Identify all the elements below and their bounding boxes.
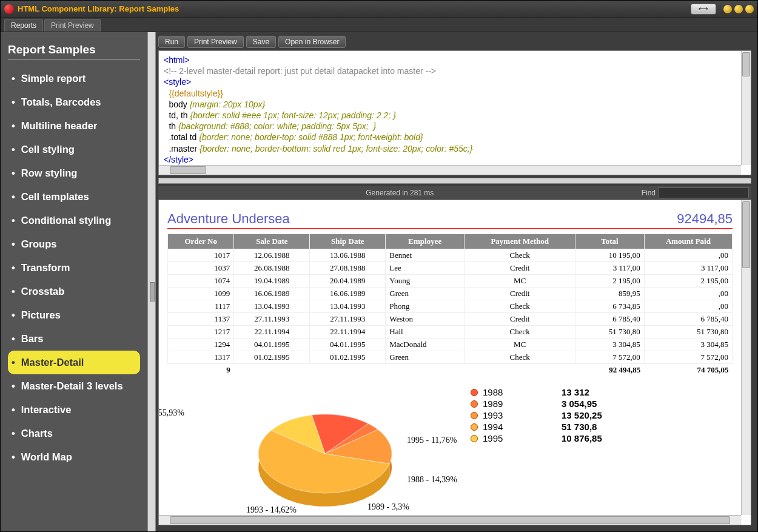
legend-item: 199510 876,85 — [471, 433, 602, 443]
titlebar: HTML Component Library: Report Samples ⟷ — [1, 1, 757, 18]
sidebar-item[interactable]: Pictures — [8, 303, 140, 327]
sidebar-item[interactable]: World Map — [8, 445, 140, 469]
legend-dot-icon — [471, 389, 478, 396]
table-header: Sale Date — [234, 234, 310, 249]
minimize-button[interactable] — [723, 5, 732, 13]
sidebar-item[interactable]: Groups — [8, 232, 140, 256]
slice-label-1994: 1994 - 55,93% — [159, 408, 184, 418]
sidebar-item[interactable]: Multiline header — [8, 114, 140, 138]
legend-dot-icon — [471, 412, 478, 419]
pie-chart — [246, 405, 404, 514]
table-row: 109916.06.198916.06.1989GreenCredit859,9… — [168, 288, 733, 300]
generation-time-label: Generated in 281 ms — [158, 189, 642, 197]
tab-print-preview[interactable]: Print Preview — [44, 19, 101, 32]
legend-year: 1995 — [483, 433, 562, 443]
table-header: Amount Paid — [644, 234, 732, 249]
code-line: {{defaultstyle}} — [169, 89, 223, 98]
sidebar-item[interactable]: Totals, Barcodes — [8, 90, 140, 114]
company-total: 92494,85 — [677, 211, 733, 227]
window-title: HTML Component Library: Report Samples — [18, 4, 691, 13]
legend-value: 10 876,85 — [562, 433, 602, 443]
sidebar-item[interactable]: Cell templates — [8, 185, 140, 209]
code-scrollbar-horizontal[interactable] — [159, 165, 741, 175]
sidebar-item[interactable]: Row styling — [8, 161, 140, 185]
legend-dot-icon — [471, 423, 478, 431]
maximize-button[interactable] — [734, 5, 743, 13]
find-input[interactable] — [658, 187, 749, 198]
sidebar-item[interactable]: Interactive — [8, 398, 140, 422]
slice-label-1989: 1989 - 3,3% — [367, 502, 409, 512]
code-line: td, th — [169, 110, 190, 120]
sidebar-item[interactable]: Charts — [8, 422, 140, 445]
sidebar-item[interactable]: Cell styling — [8, 138, 140, 161]
find-label: Find — [642, 189, 656, 197]
legend-value: 13 520,25 — [562, 410, 602, 420]
legend-dot-icon — [471, 435, 478, 442]
horizontal-splitter[interactable] — [158, 178, 751, 184]
code-line: .master — [169, 144, 200, 153]
table-header: Ship Date — [310, 234, 386, 249]
close-button[interactable] — [745, 5, 754, 13]
master-row: Adventure Undersea 92494,85 — [167, 211, 733, 229]
table-header: Payment Method — [465, 234, 575, 249]
legend-dot-icon — [471, 400, 478, 408]
sidebar: Report Samples Simple reportTotals, Barc… — [1, 32, 147, 531]
code-line: {border: solid #eee 1px; font-size: 12px… — [190, 110, 395, 120]
code-line: {margin: 20px 10px} — [190, 99, 266, 109]
table-header: Total — [575, 234, 645, 249]
vertical-splitter[interactable] — [147, 32, 156, 531]
save-button[interactable]: Save — [246, 36, 276, 48]
open-browser-button[interactable]: Open in Browser — [278, 36, 346, 48]
preview-scrollbar-horizontal[interactable] — [159, 515, 741, 525]
table-total-row: 992 494,8574 705,05 — [168, 364, 733, 377]
code-line: {background: #888; color: white; padding… — [178, 121, 376, 131]
sidebar-item[interactable]: Bars — [8, 327, 140, 351]
code-line: <html> — [164, 55, 190, 65]
sidebar-heading: Report Samples — [8, 43, 140, 59]
status-bar: Generated in 281 ms Find — [158, 186, 751, 200]
legend-value: 51 730,8 — [562, 422, 597, 432]
code-line: {border: none; border-bottom: solid red … — [200, 144, 472, 153]
code-editor[interactable]: <html> <!-- 2-level master-detail report… — [158, 50, 751, 175]
legend-item: 199451 730,8 — [471, 422, 602, 432]
run-button[interactable]: Run — [158, 36, 185, 48]
legend-item: 198813 312 — [471, 387, 602, 397]
table-row: 101712.06.198813.06.1988BennetCheck10 19… — [168, 249, 733, 262]
preview-scrollbar-vertical[interactable] — [741, 200, 751, 515]
legend-value: 3 054,95 — [562, 399, 597, 409]
sidebar-item[interactable]: Simple report — [8, 67, 140, 90]
orders-table: Order NoSale DateShip DateEmployeePaymen… — [167, 234, 733, 376]
sidebar-item[interactable]: Transform — [8, 256, 140, 280]
table-row: 129404.01.199504.01.1995MacDonaldMC3 304… — [168, 338, 733, 351]
table-row: 121722.11.199422.11.1994HallCheck51 730,… — [168, 326, 733, 338]
sidebar-item[interactable]: Conditional styling — [8, 209, 140, 232]
table-header: Employee — [386, 234, 465, 249]
sidebar-item[interactable]: Crosstab — [8, 280, 140, 303]
sidebar-item[interactable]: Master-Detail — [8, 351, 140, 374]
code-scrollbar-vertical[interactable] — [741, 51, 751, 165]
toolbar: Run Print Preview Save Open in Browser — [156, 35, 754, 50]
legend-year: 1989 — [483, 399, 562, 409]
table-row: 107419.04.198920.04.1989YoungMC2 195,002… — [168, 275, 733, 288]
table-row: 111713.04.199313.04.1993PhongCheck6 734,… — [168, 300, 733, 313]
company-name: Adventure Undersea — [167, 211, 290, 227]
code-line: th — [169, 121, 178, 131]
code-line: <style> — [164, 77, 191, 87]
slice-label-1993: 1993 - 14,62% — [246, 505, 297, 515]
fullscreen-toggle-button[interactable]: ⟷ — [691, 4, 716, 15]
legend-value: 13 312 — [562, 387, 589, 397]
legend-year: 1993 — [483, 410, 562, 420]
preview-panel: Adventure Undersea 92494,85 Order NoSale… — [158, 200, 751, 525]
slice-label-1988: 1988 - 14,39% — [407, 475, 457, 485]
code-line: {border: none; border-top: solid #888 1p… — [199, 132, 423, 142]
tab-bar: Reports Print Preview — [1, 18, 757, 32]
pie-legend: 198813 31219893 054,95199313 520,2519945… — [471, 387, 602, 445]
legend-year: 1994 — [483, 422, 562, 432]
sidebar-item[interactable]: Master-Detail 3 levels — [8, 374, 140, 398]
print-preview-button[interactable]: Print Preview — [187, 36, 244, 48]
tab-reports[interactable]: Reports — [4, 19, 43, 32]
legend-year: 1988 — [483, 387, 562, 397]
app-icon — [4, 4, 14, 14]
pie-chart-area: 1994 - 55,93% 1995 - 11,76% 1988 - 14,39… — [167, 387, 733, 514]
table-header: Order No — [168, 234, 234, 249]
